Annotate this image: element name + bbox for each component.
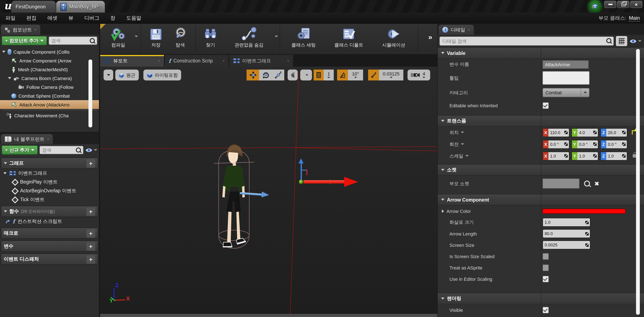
scale-x-field[interactable]: X1.0	[542, 151, 569, 160]
tab-close-icon[interactable]: ×	[98, 4, 101, 9]
menu-edit[interactable]: 편집	[21, 14, 42, 21]
location-y-field[interactable]: Y4.0	[572, 128, 598, 137]
menu-view[interactable]: 뷰	[63, 14, 79, 21]
move-tool-button[interactable]	[246, 69, 259, 80]
add-new-button[interactable]: + 신규 추가	[2, 145, 38, 155]
chevron-down-icon[interactable]	[461, 132, 464, 133]
beginplay-event-item[interactable]: BeginPlay 이벤트	[0, 178, 99, 186]
add-graph-button[interactable]: +	[86, 159, 95, 167]
drag-handle-icon[interactable]	[593, 131, 596, 134]
restore-button[interactable]	[617, 1, 629, 8]
treat-as-asprite-checkbox[interactable]	[542, 264, 549, 271]
property-matrix-button[interactable]	[616, 36, 627, 46]
panel-close-icon[interactable]: ×	[34, 28, 37, 32]
parent-class-link[interactable]: Main	[629, 15, 640, 21]
save-button[interactable]: 저장	[145, 26, 167, 48]
add-function-button[interactable]: +	[86, 207, 95, 216]
drag-handle-icon[interactable]	[564, 142, 568, 146]
editor-scaling-checkbox[interactable]	[542, 276, 549, 282]
compile-button[interactable]: 컴파일	[104, 26, 132, 48]
tooltip-input[interactable]	[542, 71, 590, 85]
add-component-button[interactable]: + 컴포넌트 추가	[2, 36, 47, 45]
scale-tool-button[interactable]	[272, 69, 284, 80]
tree-item-mesh[interactable]: Mesh (CharacterMesh0)	[0, 65, 99, 74]
camera-speed-button[interactable]: 4	[408, 69, 430, 80]
class-defaults-button[interactable]: 클래스 디폴트	[326, 26, 371, 48]
details-scrollbar[interactable]	[636, 49, 640, 315]
add-variable-button[interactable]: +	[86, 242, 95, 250]
macro-section-header[interactable]: 매크로 +	[1, 228, 98, 239]
menu-asset[interactable]: 애셋	[42, 14, 63, 21]
components-scrollbar[interactable]	[88, 59, 92, 127]
gizmo-x-axis[interactable]	[304, 180, 344, 184]
compile-options-chevron-icon[interactable]	[134, 36, 138, 37]
drag-handle-icon[interactable]	[622, 142, 626, 146]
variable-name-input[interactable]	[542, 60, 589, 68]
menu-debug[interactable]: 디버그	[79, 14, 105, 21]
screen-size-field[interactable]: 0.0025	[542, 241, 590, 249]
scale-y-field[interactable]: Y1.0	[572, 151, 598, 160]
screen-size-scaled-checkbox[interactable]	[542, 253, 549, 260]
hide-unrelated-button[interactable]: 관련없음 숨김	[224, 26, 274, 48]
drag-handle-icon[interactable]	[593, 142, 596, 146]
viewport-options-button[interactable]	[104, 69, 113, 80]
menu-file[interactable]: 파일	[0, 14, 21, 21]
tutorial-button[interactable]	[589, 0, 601, 12]
asset-tab-mainboy-bp[interactable]: MainBoy_BP ×	[56, 1, 105, 12]
browse-button[interactable]: 탐색	[168, 26, 192, 48]
class-settings-button[interactable]: 클래스 세팅	[284, 26, 324, 48]
menu-help[interactable]: 도움말	[121, 14, 147, 21]
event-graph-item[interactable]: 이벤트그래프	[0, 169, 99, 178]
rotation-x-field[interactable]: X0.0 °	[542, 140, 569, 149]
functions-section-header[interactable]: 함수 (29 오버라이더블) +	[1, 206, 98, 217]
drag-handle-icon[interactable]	[622, 154, 626, 158]
expander-icon[interactable]	[3, 172, 7, 174]
grid-snap-toggle[interactable]	[314, 69, 324, 80]
hide-unrelated-chevron-icon[interactable]	[274, 36, 278, 37]
construction-script-tab[interactable]: f Construction Scrip ×	[165, 55, 228, 67]
arrow-length-field[interactable]: 80.0	[542, 229, 590, 238]
socket-search-icon[interactable]	[584, 181, 590, 186]
lit-mode-button[interactable]: 라이팅포함	[144, 69, 181, 80]
details-tab[interactable]: i 디테일 ×	[438, 25, 474, 35]
category-dropdown[interactable]: Combat	[542, 88, 590, 97]
column-divider[interactable]	[541, 47, 541, 317]
drag-handle-icon[interactable]	[593, 154, 596, 158]
drag-handle-icon[interactable]	[564, 154, 568, 158]
grid-snap-value-button[interactable]: 1	[324, 69, 334, 80]
my-blueprint-tab[interactable]: 내 블루프린트 ×	[1, 134, 53, 144]
asset-tab-firstdungeon[interactable]: FirstDungeon	[11, 1, 56, 12]
drag-handle-icon[interactable]	[622, 131, 626, 134]
rotate-tool-button[interactable]	[259, 69, 272, 80]
panel-close-icon[interactable]: ×	[47, 137, 49, 141]
expand-icon[interactable]	[442, 209, 444, 213]
angle-snap-toggle[interactable]	[337, 69, 348, 80]
gizmo-origin-ball[interactable]	[299, 180, 303, 184]
graph-section-header[interactable]: 그래프 +	[1, 158, 98, 169]
add-dispatcher-button[interactable]: +	[86, 255, 95, 263]
drag-handle-icon[interactable]	[585, 232, 589, 235]
toolbar-overflow-button[interactable]: »	[428, 33, 432, 41]
viewport-tab[interactable]: 뷰포트 ×	[100, 55, 164, 67]
tree-item-camera-boom[interactable]: Camera Boom (Camera)	[0, 74, 99, 82]
simulate-button[interactable]: 시뮬레이션	[374, 26, 413, 48]
find-button[interactable]: 찾기	[199, 26, 222, 48]
viewport-3d[interactable]: Z X Y 원근 라이팅포함	[100, 67, 437, 314]
surface-snap-button[interactable]	[300, 69, 312, 80]
location-z-field[interactable]: Z26.0	[600, 128, 627, 137]
gizmo-z-arrowhead[interactable]	[298, 158, 303, 163]
components-tab[interactable]: 컴포넌트 ×	[1, 25, 40, 35]
reset-to-default-icon[interactable]	[632, 130, 636, 134]
close-button[interactable]: ×	[630, 1, 642, 8]
arrow-color-swatch[interactable]	[542, 209, 626, 214]
drag-handle-icon[interactable]	[585, 243, 589, 247]
expander-icon[interactable]	[2, 51, 6, 53]
chevron-down-icon[interactable]	[466, 155, 469, 157]
rotation-z-field[interactable]: Z0.0 °	[600, 140, 627, 149]
details-search-input[interactable]	[440, 36, 614, 46]
gizmo-x-arrowhead[interactable]	[344, 177, 358, 187]
drag-handle-icon[interactable]	[564, 131, 568, 134]
actorbeginoverlap-event-item[interactable]: ActorBeginOverlap 이벤트	[0, 186, 99, 195]
gizmo-z-axis[interactable]	[300, 163, 302, 181]
tree-item-attack-arrow[interactable]: Attack Arrow (AttackArro	[0, 100, 99, 109]
